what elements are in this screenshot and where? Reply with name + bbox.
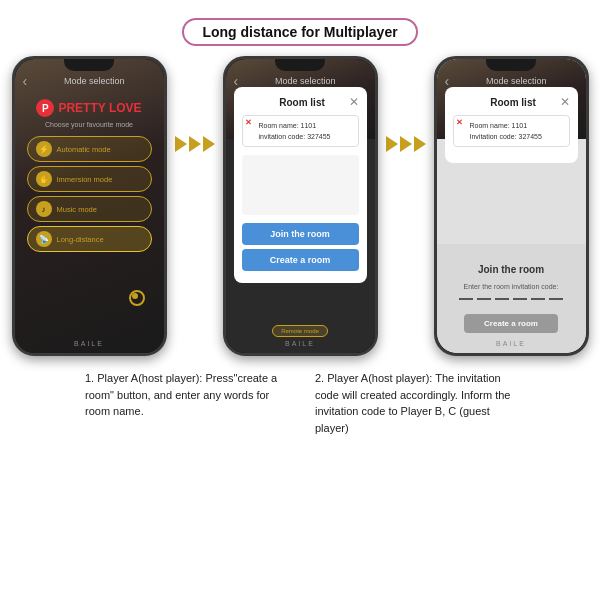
join-room-title: Join the room: [478, 264, 544, 275]
logo-text: PRETTY LOVE: [58, 101, 141, 115]
arrow2-1: [386, 136, 398, 152]
arrow2-3: [414, 136, 426, 152]
modal-close-icon[interactable]: ✕: [349, 95, 359, 109]
page-title: Long distance for Multiplayer: [182, 18, 417, 46]
step2-text: 2. Player A(host player): The invitation…: [315, 370, 515, 436]
mode-btn-immersion[interactable]: ✋ Immersion mode: [27, 166, 152, 192]
room-list-modal: Room list ✕ ✕ Room name: 1101 invitation…: [234, 87, 367, 283]
mode-btn-longdistance[interactable]: 📡 Long-distance: [27, 226, 152, 252]
mode-automatic-label: Automatic mode: [57, 145, 111, 154]
phone1-notch: [64, 59, 114, 71]
mode-btn-music[interactable]: ♪ Music mode: [27, 196, 152, 222]
arrow1-2: [189, 136, 201, 152]
room-name-text: Room name: 1101 invitation code: 327455: [249, 120, 352, 142]
phone3-join-area: Join the room Enter the room invitation …: [437, 244, 586, 353]
immersion-icon: ✋: [36, 171, 52, 187]
phone3-room-name-text: Room name: 1101 Invitation code: 327455: [460, 120, 563, 142]
dash3: [495, 298, 509, 300]
arrows2: [386, 136, 426, 152]
phone1-header-title: Mode selection: [33, 76, 155, 86]
step1-text: 1. Player A(host player): Press"create a…: [85, 370, 285, 420]
dash6: [549, 298, 563, 300]
room-info-box: ✕ Room name: 1101 invitation code: 32745…: [242, 115, 359, 147]
mode-btn-automatic[interactable]: ⚡ Automatic mode: [27, 136, 152, 162]
remote-mode-label[interactable]: Remote mode: [272, 325, 328, 337]
instruction-step2: 2. Player A(host player): The invitation…: [315, 370, 515, 436]
phone2-back-arrow: ‹: [234, 73, 239, 89]
create-room-button[interactable]: Create a room: [242, 249, 359, 271]
title-section: Long distance for Multiplayer: [0, 0, 600, 46]
longdistance-icon: 📡: [36, 231, 52, 247]
arrow2: [386, 136, 426, 152]
phone3-room-modal: Room list ✕ ✕ Room name: 1101 Invitation…: [445, 87, 578, 163]
dash2: [477, 298, 491, 300]
phones-row: ‹ Mode selection P PRETTY LOVE Choose yo…: [0, 56, 600, 356]
instructions-row: 1. Player A(host player): Press"create a…: [0, 356, 600, 436]
phone3-notch: [486, 59, 536, 71]
phone3: ‹ Mode selection Room list ✕ ✕ Room name…: [434, 56, 589, 356]
phone2-screen: ‹ Mode selection Room list ✕ ✕ Room name…: [226, 59, 375, 353]
dash1: [459, 298, 473, 300]
cursor-indicator: [126, 287, 144, 305]
arrow2-2: [400, 136, 412, 152]
phone3-close-icon[interactable]: ✕: [560, 95, 570, 109]
phone2-header-title: Mode selection: [244, 76, 366, 86]
modal-title: Room list: [256, 97, 349, 108]
back-arrow-icon: ‹: [23, 73, 28, 89]
phone2-bottom-bar: Remote mode: [226, 325, 375, 337]
join-room-button[interactable]: Join the room: [242, 223, 359, 245]
code-dashes: [459, 298, 563, 300]
pretty-love-logo: P PRETTY LOVE: [15, 99, 164, 117]
phone3-modal-title: Room list: [467, 97, 560, 108]
dash4: [513, 298, 527, 300]
phone3-create-btn[interactable]: Create a room: [464, 314, 558, 333]
phone2-footer: BAILE: [226, 340, 375, 347]
phone3-room-info: ✕ Room name: 1101 Invitation code: 32745…: [453, 115, 570, 147]
phone3-back-arrow: ‹: [445, 73, 450, 89]
invitation-prompt: Enter the room invitation code:: [464, 283, 559, 290]
arrows1: [175, 136, 215, 152]
choose-text: Choose your favourite mode: [15, 121, 164, 128]
automatic-icon: ⚡: [36, 141, 52, 157]
phone1: ‹ Mode selection P PRETTY LOVE Choose yo…: [12, 56, 167, 356]
room-list-area: [242, 155, 359, 215]
phone3-screen: ‹ Mode selection Room list ✕ ✕ Room name…: [437, 59, 586, 353]
mode-longdistance-label: Long-distance: [57, 235, 104, 244]
phone3-header-title: Mode selection: [455, 76, 577, 86]
mode-music-label: Music mode: [57, 205, 97, 214]
mode-immersion-label: Immersion mode: [57, 175, 113, 184]
phone3-footer: BAILE: [437, 340, 586, 347]
modal-header: Room list ✕: [242, 95, 359, 109]
room-info-x: ✕: [245, 118, 252, 127]
phone2: ‹ Mode selection Room list ✕ ✕ Room name…: [223, 56, 378, 356]
phone3-room-info-x: ✕: [456, 118, 463, 127]
arrow1: [175, 136, 215, 152]
music-icon: ♪: [36, 201, 52, 217]
phone2-notch: [275, 59, 325, 71]
instruction-step1: 1. Player A(host player): Press"create a…: [85, 370, 285, 436]
phone1-screen: ‹ Mode selection P PRETTY LOVE Choose yo…: [15, 59, 164, 353]
logo-icon: P: [36, 99, 54, 117]
phone3-modal-header: Room list ✕: [453, 95, 570, 109]
dash5: [531, 298, 545, 300]
arrow1-1: [175, 136, 187, 152]
arrow1-3: [203, 136, 215, 152]
phone1-footer: BAILE: [15, 340, 164, 347]
